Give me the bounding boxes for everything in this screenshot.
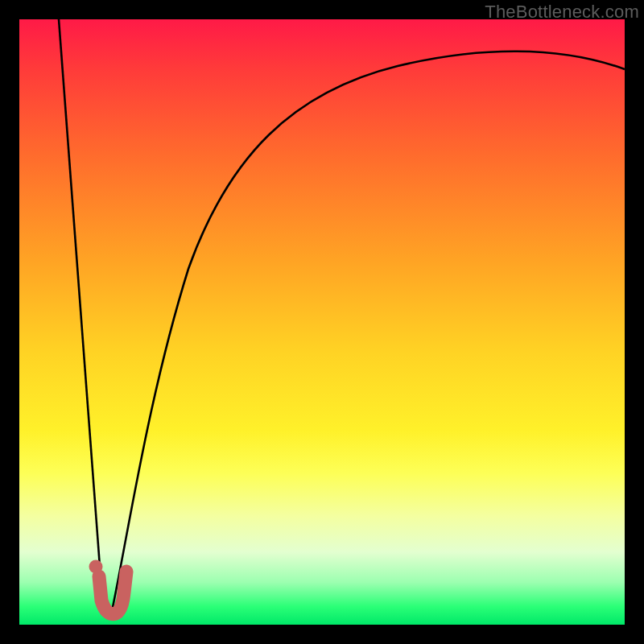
marker-j-dot [89,560,103,574]
curve-left-branch [59,19,102,599]
watermark-text: TheBottleneck.com [485,2,639,23]
marker-j-shape [99,572,126,614]
curve-right-branch [112,52,625,611]
chart-plot-area [19,19,625,625]
outer-frame: TheBottleneck.com [0,0,644,644]
chart-svg [19,19,625,625]
